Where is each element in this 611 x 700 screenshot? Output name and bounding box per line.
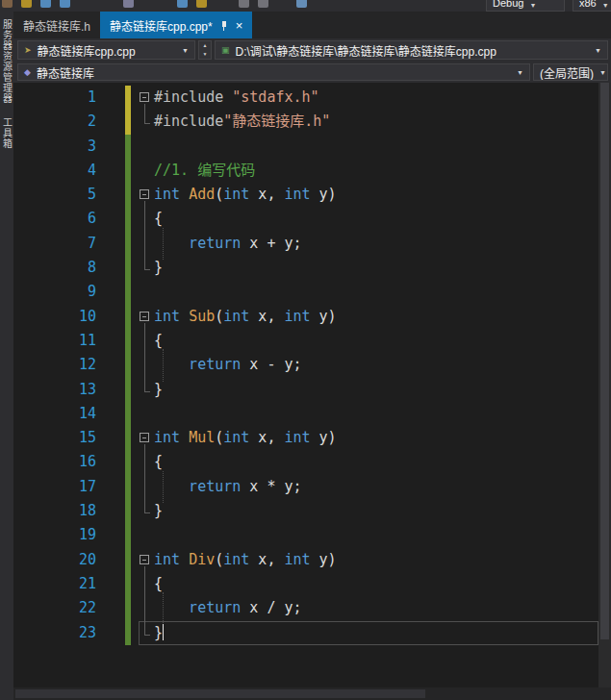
redo-icon[interactable]: [196, 0, 207, 8]
code-line[interactable]: 15int Mul(int x, int y): [13, 426, 598, 450]
code-line[interactable]: 18}: [13, 499, 598, 523]
code-line[interactable]: 20int Div(int x, int y): [13, 548, 598, 572]
fold-collapse-control[interactable]: [139, 305, 154, 329]
code-line[interactable]: 6{: [13, 207, 598, 231]
token-pl: }: [154, 502, 163, 519]
code-line[interactable]: 10int Sub(int x, int y): [13, 305, 598, 329]
tab-cpp-file[interactable]: 静态链接库cpp.cpp* ×: [100, 12, 252, 38]
collapse-minus-icon[interactable]: [140, 555, 149, 564]
open-file-icon[interactable]: [21, 0, 32, 8]
spinner-down-button[interactable]: ▼: [199, 50, 211, 59]
code-text: return x - y;: [154, 353, 598, 377]
toolbar: Debug ▼ x86 ▼: [0, 0, 611, 12]
code-line[interactable]: 21{: [13, 572, 598, 596]
gutter-spacer: [96, 402, 125, 426]
code-line[interactable]: 22return x / y;: [13, 596, 598, 620]
code-editor[interactable]: 1#include "stdafx.h"2#include"静态链接库.h"34…: [13, 83, 611, 700]
gutter-spacer: [96, 329, 125, 353]
chevron-down-icon: ▼: [529, 2, 536, 9]
line-body: int Sub(int x, int y): [139, 305, 598, 329]
fold-guide: [139, 232, 154, 256]
code-text: }: [154, 378, 598, 402]
code-text: [154, 402, 598, 426]
vertical-scrollbar[interactable]: [598, 83, 611, 688]
code-line[interactable]: 8}: [13, 256, 598, 280]
file-spinner: ▲ ▼: [198, 40, 212, 60]
code-line[interactable]: 16{: [13, 450, 598, 474]
platform-dropdown[interactable]: x86 ▼: [573, 0, 611, 12]
close-icon[interactable]: ×: [236, 19, 243, 32]
collapse-minus-icon[interactable]: [140, 312, 149, 321]
change-tracking-mark: [125, 256, 131, 280]
code-line[interactable]: 9: [13, 280, 598, 304]
code-line[interactable]: 5int Add(int x, int y): [13, 183, 598, 207]
code-line[interactable]: 12return x - y;: [13, 353, 598, 377]
scope-dropdown[interactable]: (全局范围) ▼: [533, 63, 608, 81]
file-navigation-bar: ➤ 静态链接库cpp.cpp ▼ ▲ ▼ ▣ D:\调试\静态链接库\静态链接库…: [13, 38, 611, 62]
token-pl: y): [311, 186, 337, 203]
tab-header-h-file[interactable]: 静态链接库.h: [13, 12, 100, 38]
code-line[interactable]: 19: [13, 523, 598, 547]
window-layout-icon[interactable]: [123, 0, 134, 8]
collapse-minus-icon[interactable]: [140, 189, 149, 199]
file-dropdown[interactable]: ➤ 静态链接库cpp.cpp ▼: [17, 40, 195, 60]
change-tracking-mark: [125, 378, 131, 402]
horizontal-scrollbar[interactable]: [13, 688, 598, 700]
code-text: return x + y;: [154, 232, 598, 256]
fold-guide: [139, 523, 154, 547]
code-line[interactable]: 2#include"静态链接库.h": [13, 110, 598, 134]
vertical-scrollbar-thumb[interactable]: [600, 83, 609, 639]
save-all-icon[interactable]: [60, 0, 70, 8]
new-file-icon[interactable]: [2, 0, 13, 8]
gutter-spacer: [96, 305, 125, 329]
token-pl: (: [215, 429, 223, 446]
chevron-down-icon: ▼: [517, 69, 523, 76]
sidebar-item-server-explorer[interactable]: 服务器资源管理器: [0, 19, 13, 104]
spinner-up-button[interactable]: ▲: [199, 41, 211, 50]
gutter-spacer: [96, 450, 125, 474]
type-dropdown[interactable]: ◆ 静态链接库 ▼: [17, 63, 530, 81]
code-line[interactable]: 1#include "stdafx.h": [13, 86, 598, 110]
run-icon[interactable]: [296, 0, 307, 8]
code-line[interactable]: 7return x + y;: [13, 232, 598, 256]
sidebar-item-toolbox[interactable]: 工具箱: [0, 117, 13, 149]
code-line[interactable]: 4//1. 编写代码: [13, 159, 598, 183]
horizontal-scrollbar-thumb[interactable]: [15, 689, 425, 698]
token-pl: (: [215, 551, 223, 568]
code-line[interactable]: 14: [13, 402, 598, 426]
navigate-back-icon[interactable]: [239, 0, 249, 8]
code-text: [154, 135, 598, 159]
fold-collapse-control[interactable]: [139, 183, 154, 207]
token-kw: int: [154, 551, 180, 568]
code-line[interactable]: 17return x * y;: [13, 475, 598, 499]
undo-icon[interactable]: [177, 0, 188, 8]
token-kw: int: [284, 186, 310, 203]
line-body: }: [139, 378, 598, 402]
line-number: 2: [13, 110, 96, 134]
pin-icon[interactable]: [219, 19, 229, 32]
fold-guide: [139, 329, 154, 353]
token-pl: {: [154, 453, 163, 470]
fold-collapse-control[interactable]: [139, 426, 154, 450]
fold-collapse-control[interactable]: [139, 548, 154, 572]
line-number: 22: [13, 596, 96, 620]
collapse-minus-icon[interactable]: [140, 92, 149, 102]
line-body: return x - y;: [139, 353, 598, 377]
code-line[interactable]: 3: [13, 135, 598, 159]
line-number: 20: [13, 548, 96, 572]
save-icon[interactable]: [40, 0, 51, 8]
fold-guide: [139, 207, 154, 231]
code-line[interactable]: 23}: [13, 621, 598, 645]
token-pl: x - y;: [241, 356, 301, 373]
line-body: //1. 编写代码: [139, 159, 598, 183]
debug-configuration-dropdown[interactable]: Debug ▼: [486, 0, 565, 12]
line-body: return x * y;: [139, 475, 598, 499]
fold-collapse-control[interactable]: [139, 86, 154, 110]
file-path-dropdown[interactable]: ▣ D:\调试\静态链接库\静态链接库\静态链接库cpp.cpp ▼: [215, 40, 608, 60]
code-line[interactable]: 11{: [13, 329, 598, 353]
code-line[interactable]: 13}: [13, 378, 598, 402]
collapse-minus-icon[interactable]: [140, 433, 149, 442]
fold-guide: [139, 572, 154, 596]
navigate-forward-icon[interactable]: [258, 0, 268, 8]
token-fn: Div: [189, 551, 215, 568]
